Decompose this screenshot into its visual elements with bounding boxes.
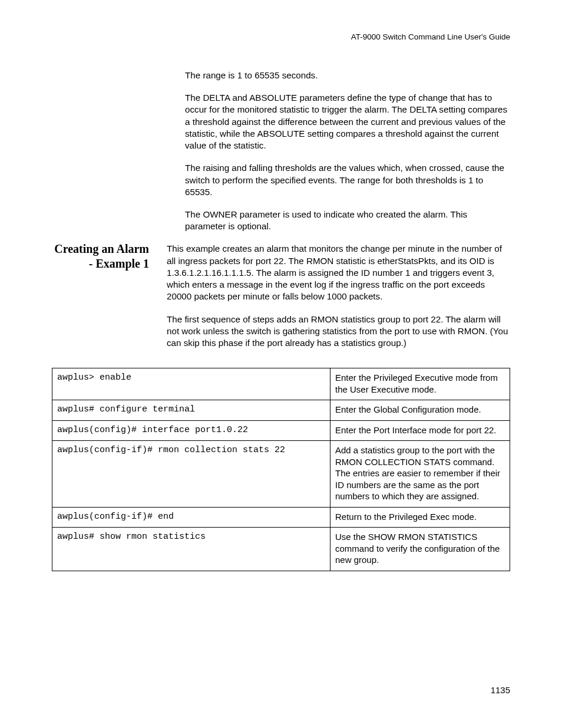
section-paragraph-2: The first sequence of steps adds an RMON…	[167, 314, 510, 350]
page-container: AT-9000 Switch Command Line User's Guide…	[0, 0, 562, 728]
description-cell: Return to the Privileged Exec mode.	[330, 507, 510, 528]
intro-paragraph-2: The DELTA and ABSOLUTE parameters define…	[185, 92, 510, 151]
description-cell: Enter the Port Interface mode for port 2…	[330, 420, 510, 441]
intro-paragraph-1: The range is 1 to 65535 seconds.	[185, 70, 510, 81]
table-row: awplus(config)# interface port1.0.22 Ent…	[52, 420, 510, 441]
running-header: AT-9000 Switch Command Line User's Guide	[52, 32, 510, 41]
command-cell: awplus# configure terminal	[52, 400, 330, 421]
command-cell: awplus# show rmon statistics	[52, 528, 330, 571]
intro-paragraph-3: The raising and falling thresholds are t…	[185, 162, 510, 198]
table-row: awplus(config-if)# rmon collection stats…	[52, 441, 510, 508]
description-cell: Enter the Privileged Executive mode from…	[330, 368, 510, 400]
section-body: This example creates an alarm that monit…	[167, 243, 510, 360]
section-paragraph-1: This example creates an alarm that monit…	[167, 243, 510, 302]
command-table: awplus> enable Enter the Privileged Exec…	[52, 368, 510, 571]
description-cell: Enter the Global Configuration mode.	[330, 400, 510, 421]
table-row: awplus# show rmon statistics Use the SHO…	[52, 528, 510, 571]
table-row: awplus> enable Enter the Privileged Exec…	[52, 368, 510, 400]
intro-paragraph-4: The OWNER parameter is used to indicate …	[185, 209, 510, 232]
intro-block: The range is 1 to 65535 seconds. The DEL…	[185, 70, 510, 232]
table-row: awplus(config-if)# end Return to the Pri…	[52, 507, 510, 528]
section-heading: Creating an Alarm - Example 1	[52, 242, 167, 271]
section-creating-alarm: Creating an Alarm - Example 1 This examp…	[52, 243, 510, 360]
description-cell: Add a statistics group to the port with …	[330, 441, 510, 508]
table-row: awplus# configure terminal Enter the Glo…	[52, 400, 510, 421]
command-cell: awplus(config)# interface port1.0.22	[52, 420, 330, 441]
command-cell: awplus> enable	[52, 368, 330, 400]
command-cell: awplus(config-if)# end	[52, 507, 330, 528]
command-cell: awplus(config-if)# rmon collection stats…	[52, 441, 330, 508]
page-number: 1135	[491, 685, 510, 695]
description-cell: Use the SHOW RMON STATISTICS command to …	[330, 528, 510, 571]
